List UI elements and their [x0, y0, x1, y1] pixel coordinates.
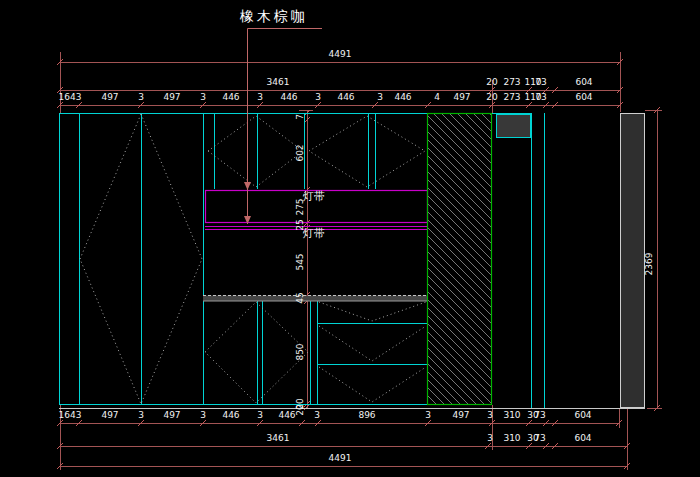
dim-label: 446 — [337, 92, 354, 102]
dim-label: 45 — [295, 292, 305, 303]
dim-label: 275 — [295, 198, 305, 215]
dim-label: 3 — [487, 433, 493, 443]
dim-label: 604 — [575, 92, 592, 102]
dim-label: 3461 — [267, 433, 290, 443]
dim-label: 3 — [138, 92, 144, 102]
countertop-band — [203, 296, 427, 302]
dim-label: 25 — [295, 219, 305, 230]
dim-label: 3 — [377, 92, 383, 102]
dim-label: 497 — [452, 410, 469, 420]
dim-label: 1643 — [59, 92, 82, 102]
dim-label: 2369 — [644, 253, 654, 276]
dim-label: 3 — [314, 410, 320, 420]
top-right-box — [497, 115, 531, 138]
dim-label: 3 — [425, 410, 431, 420]
door-marks — [80, 114, 426, 404]
dim-label: 446 — [280, 92, 297, 102]
dim-label: 3 — [138, 410, 144, 420]
dim-label: 73 — [534, 410, 545, 420]
dim-label: 1643 — [59, 410, 82, 420]
dim-label: 273 — [503, 92, 520, 102]
dim-label: 446 — [278, 410, 295, 420]
dim-label: 497 — [163, 410, 180, 420]
dim-label: 4491 — [329, 49, 352, 59]
glass-hatch-panel — [428, 114, 492, 405]
dim-label: 446 — [222, 92, 239, 102]
dim-label: 73 — [534, 433, 545, 443]
dim-label: 604 — [574, 433, 591, 443]
dim-label: 310 — [503, 433, 520, 443]
dim-label: 602 — [295, 144, 305, 161]
dim-label: 3 — [257, 410, 263, 420]
dim-label: 497 — [101, 410, 118, 420]
dim-label: 20 — [486, 92, 497, 102]
dimension-ticks — [57, 59, 660, 469]
dim-label: 20 — [295, 398, 305, 409]
drawing-svg — [0, 0, 700, 477]
dim-label: 497 — [101, 92, 118, 102]
dim-label: 545 — [295, 253, 305, 270]
material-title: 橡木棕咖 — [240, 8, 308, 26]
dim-label: 3 — [200, 92, 206, 102]
dim-label: 446 — [222, 410, 239, 420]
dim-label: 73 — [535, 92, 546, 102]
dim-label: 4491 — [329, 453, 352, 463]
dim-label: 497 — [163, 92, 180, 102]
dim-label: 3 — [315, 92, 321, 102]
dim-label: 896 — [358, 410, 375, 420]
dim-label: 73 — [535, 77, 546, 87]
dim-label: 4 — [434, 92, 440, 102]
dim-label: 3 — [487, 410, 493, 420]
dim-label: 310 — [503, 410, 520, 420]
light-strip-label-2: 灯带 — [303, 228, 325, 240]
light-strip-label-1: 灯带 — [303, 191, 325, 203]
dim-label: 3 — [200, 410, 206, 420]
dim-label: 604 — [574, 410, 591, 420]
dim-label: 273 — [503, 77, 520, 87]
dimension-lines — [60, 52, 662, 470]
dim-label: 604 — [575, 77, 592, 87]
side-panel-bar — [621, 114, 645, 408]
dim-label: 3461 — [267, 77, 290, 87]
dim-label: 20 — [486, 77, 497, 87]
dim-label: 446 — [394, 92, 411, 102]
dim-label: 7 — [295, 114, 305, 120]
cad-viewport: 橡木棕咖 灯带 灯带 44913461202731107360416434973… — [0, 0, 700, 477]
dim-label: 850 — [295, 343, 305, 360]
dim-label: 3 — [257, 92, 263, 102]
dim-label: 497 — [453, 92, 470, 102]
